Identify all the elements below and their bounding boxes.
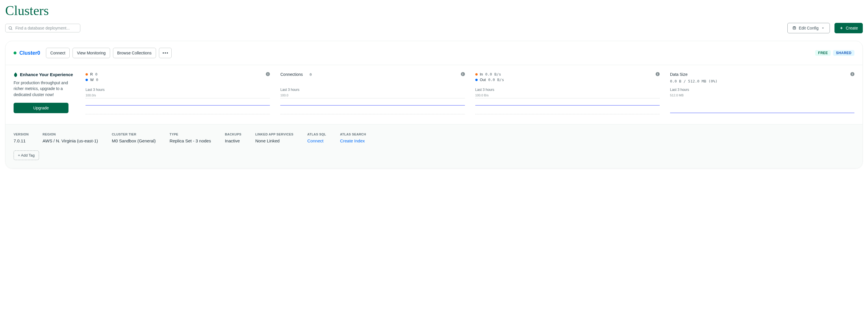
- metric-in-label: In: [480, 72, 483, 76]
- info-icon[interactable]: i: [656, 72, 660, 76]
- cluster-name-group: Cluster0: [13, 50, 40, 56]
- svg-point-6: [165, 52, 166, 54]
- metric-r-value: 0: [95, 72, 97, 76]
- sparkline-data-size: [670, 98, 855, 113]
- atlas-search-create-index-link[interactable]: Create Index: [340, 138, 365, 143]
- metric-network-scale: 100.0 B/s: [475, 93, 660, 97]
- sparkline-connections-2: [280, 107, 465, 114]
- footer-cluster-tier-value: M0 Sandbox (General): [112, 138, 156, 143]
- top-bar: Edit Config Create: [5, 23, 863, 33]
- edit-config-label: Edit Config: [799, 26, 818, 30]
- metric-out-value: 0.0 B/s: [488, 78, 504, 82]
- search-icon: [8, 26, 13, 30]
- footer-type-label: TYPE: [169, 133, 211, 136]
- dot-icon: [475, 79, 477, 81]
- info-icon[interactable]: i: [461, 72, 465, 76]
- metric-data-size-timeframe: Last 3 hours: [670, 88, 855, 92]
- connect-button[interactable]: Connect: [46, 48, 70, 58]
- create-label: Create: [846, 26, 858, 30]
- footer-atlas-search: ATLAS SEARCH Create Index: [340, 133, 366, 144]
- footer-region-label: REGION: [42, 133, 98, 136]
- dot-icon: [86, 79, 88, 81]
- status-dot-icon: [13, 52, 17, 54]
- page-title: Clusters: [5, 3, 863, 18]
- add-tag-button[interactable]: + Add Tag: [13, 150, 39, 160]
- card-header-left: Cluster0 Connect View Monitoring Browse …: [13, 48, 172, 58]
- sparkline-connections: [280, 98, 465, 106]
- footer-atlas-sql-label: ATLAS SQL: [307, 133, 326, 136]
- enhance-title: Enhance Your Experience: [20, 72, 73, 77]
- card-header-right: FREE SHARED: [815, 50, 855, 56]
- metric-r-label: R: [90, 72, 93, 76]
- top-right-buttons: Edit Config Create: [787, 23, 863, 33]
- card-header: Cluster0 Connect View Monitoring Browse …: [5, 41, 863, 65]
- cluster-name-link[interactable]: Cluster0: [19, 50, 40, 56]
- footer-grid: VERSION 7.0.11 REGION AWS / N. Virginia …: [13, 133, 855, 144]
- footer-version: VERSION 7.0.11: [13, 133, 29, 144]
- footer-atlas-sql: ATLAS SQL Connect: [307, 133, 326, 144]
- database-icon: [792, 26, 796, 30]
- footer-type: TYPE Replica Set - 3 nodes: [169, 133, 211, 144]
- footer-linked-app-label: LINKED APP SERVICES: [255, 133, 293, 136]
- footer-linked-app-value: None Linked: [255, 138, 293, 143]
- sparkline-rw-2: [86, 107, 270, 114]
- footer-version-label: VERSION: [13, 133, 29, 136]
- metric-in-value: 0.0 B/s: [485, 72, 501, 76]
- dot-icon: [475, 73, 477, 76]
- footer-atlas-search-label: ATLAS SEARCH: [340, 133, 366, 136]
- metrics-row: R 0 W 0 i Last 3 hours 100.0/s: [86, 72, 855, 114]
- footer-backups: BACKUPS Inactive: [225, 133, 241, 144]
- more-actions-button[interactable]: [159, 48, 172, 58]
- badge-free: FREE: [815, 50, 831, 56]
- metric-rw-scale: 100.0/s: [86, 93, 270, 97]
- sparkline-network: [475, 98, 660, 106]
- upgrade-button[interactable]: Upgrade: [13, 103, 68, 113]
- enhance-panel: Enhance Your Experience For production t…: [13, 72, 79, 114]
- metric-network: In 0.0 B/s Out 0.0 B/s i Last 3 hours 10…: [475, 72, 660, 114]
- metric-data-size-scale: 512.0 MB: [670, 93, 855, 97]
- metric-out-label: Out: [480, 78, 486, 82]
- browse-collections-button[interactable]: Browse Collections: [113, 48, 156, 58]
- footer-region-value: AWS / N. Virginia (us-east-1): [42, 138, 98, 143]
- metric-connections: Connections 0 i Last 3 hours 100.0: [280, 72, 465, 114]
- svg-point-0: [9, 27, 11, 29]
- footer-version-value: 7.0.11: [13, 138, 29, 143]
- footer-region: REGION AWS / N. Virginia (us-east-1): [42, 133, 98, 144]
- badge-shared: SHARED: [833, 50, 855, 56]
- create-button[interactable]: Create: [835, 23, 863, 33]
- svg-point-2: [793, 26, 796, 27]
- metric-rw: R 0 W 0 i Last 3 hours 100.0/s: [86, 72, 270, 114]
- card-footer: VERSION 7.0.11 REGION AWS / N. Virginia …: [5, 124, 863, 168]
- metric-data-size-value: 0.0 B / 512.0 MB (0%): [670, 79, 850, 83]
- metric-data-size: Data Size 0.0 B / 512.0 MB (0%) i Last 3…: [670, 72, 855, 114]
- info-icon[interactable]: i: [850, 72, 855, 76]
- edit-config-button[interactable]: Edit Config: [787, 23, 830, 33]
- footer-linked-app: LINKED APP SERVICES None Linked: [255, 133, 293, 144]
- svg-point-7: [167, 52, 168, 54]
- ellipsis-icon: [163, 52, 168, 54]
- metric-connections-timeframe: Last 3 hours: [280, 88, 465, 92]
- footer-backups-label: BACKUPS: [225, 133, 241, 136]
- svg-point-5: [163, 52, 164, 54]
- info-icon[interactable]: i: [266, 72, 270, 76]
- metric-w-label: W: [90, 78, 94, 82]
- view-monitoring-button[interactable]: View Monitoring: [72, 48, 110, 58]
- footer-cluster-tier-label: CLUSTER TIER: [112, 133, 156, 136]
- footer-cluster-tier: CLUSTER TIER M0 Sandbox (General): [112, 133, 156, 144]
- leaf-icon: [13, 72, 18, 77]
- metric-network-timeframe: Last 3 hours: [475, 88, 660, 92]
- sparkline-rw: [86, 98, 270, 106]
- footer-type-value: Replica Set - 3 nodes: [169, 138, 211, 143]
- svg-line-1: [11, 29, 12, 30]
- metric-connections-value: 0: [309, 72, 312, 77]
- caret-down-icon: [821, 26, 825, 30]
- atlas-sql-connect-link[interactable]: Connect: [307, 138, 323, 143]
- plus-icon: [839, 26, 843, 30]
- search-wrap: [5, 24, 80, 32]
- cluster-card: Cluster0 Connect View Monitoring Browse …: [5, 41, 863, 168]
- metric-rw-timeframe: Last 3 hours: [86, 88, 270, 92]
- search-input[interactable]: [5, 24, 80, 32]
- metric-data-size-title: Data Size: [670, 72, 688, 77]
- dot-icon: [86, 73, 88, 76]
- footer-backups-value: Inactive: [225, 138, 241, 143]
